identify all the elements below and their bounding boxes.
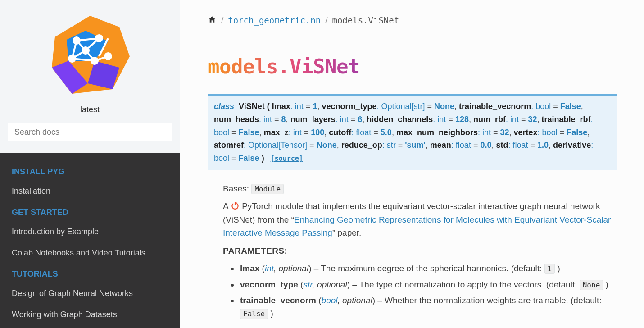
bases-label: Bases: <box>223 184 249 193</box>
type-link[interactable]: str <box>303 280 312 289</box>
nav-item[interactable]: Working with Graph Datasets <box>0 304 180 325</box>
svg-point-18 <box>82 47 89 54</box>
nav-item[interactable]: Design of Graph Neural Networks <box>0 283 180 304</box>
breadcrumb-sep: / <box>221 14 223 27</box>
bases-value: Module <box>251 184 284 194</box>
nav-caption: INSTALL PYG <box>0 161 180 181</box>
svg-point-17 <box>69 55 75 62</box>
svg-point-16 <box>91 58 98 64</box>
nav-item[interactable]: Installation <box>0 181 180 202</box>
param-item: vecnorm_type (str, optional) – The type … <box>239 278 617 291</box>
svg-point-14 <box>96 35 102 41</box>
type-link[interactable]: int <box>265 264 274 273</box>
breadcrumb: / torch_geometric.nn / models.ViSNet <box>208 10 617 36</box>
sidebar: latest INSTALL PYGInstallationGET STARTE… <box>0 0 180 328</box>
param-item: trainable_vecnorm (bool, optional) – Whe… <box>239 294 617 320</box>
breadcrumb-module-link[interactable]: torch_geometric.nn <box>228 14 321 27</box>
nav-item[interactable]: Colab Notebooks and Video Tutorials <box>0 242 180 264</box>
svg-point-15 <box>105 53 111 59</box>
pyg-logo <box>45 14 135 99</box>
parameters-heading: PARAMETERS: <box>223 244 617 257</box>
main-content: / torch_geometric.nn / models.ViSNet mod… <box>180 0 644 328</box>
description: A PyTorch module that implements the equ… <box>223 200 617 239</box>
svg-point-19 <box>236 203 237 204</box>
class-signature: class ViSNet ( lmax: int = 1, vecnorm_ty… <box>208 94 617 170</box>
doc-body: Bases: Module A PyTorch module that impl… <box>208 170 617 320</box>
sidebar-header: latest <box>0 0 180 153</box>
breadcrumb-sep: / <box>325 14 327 27</box>
svg-point-13 <box>73 37 80 44</box>
search-input[interactable] <box>8 123 172 141</box>
nav-caption: TUTORIALS <box>0 264 180 283</box>
bases-line: Bases: Module <box>223 182 617 195</box>
source-link[interactable]: [source] <box>271 155 303 163</box>
breadcrumb-current: models.ViSNet <box>332 14 399 27</box>
version-label: latest <box>80 104 100 116</box>
parameters-list: lmax (int, optional) – The maximum degre… <box>223 262 617 320</box>
param-item: lmax (int, optional) – The maximum degre… <box>239 262 617 275</box>
home-icon[interactable] <box>208 14 217 27</box>
type-link[interactable]: bool <box>322 296 338 305</box>
pytorch-icon <box>231 201 240 210</box>
nav-caption: GET STARTED <box>0 202 180 221</box>
page-title: models.ViSNet <box>208 52 617 82</box>
sidebar-nav: INSTALL PYGInstallationGET STARTEDIntrod… <box>0 153 180 328</box>
nav-item[interactable]: Introduction by Example <box>0 221 180 242</box>
